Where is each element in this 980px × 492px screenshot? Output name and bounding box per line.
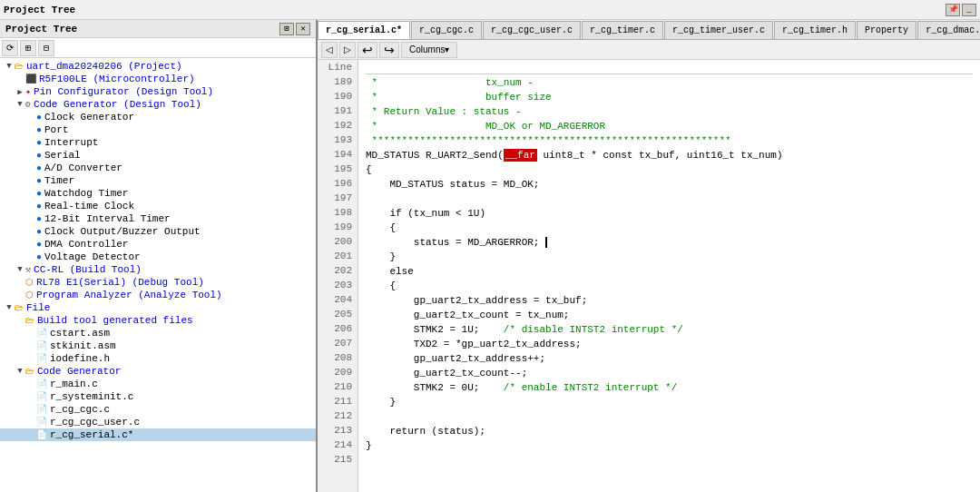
code-line-197 (366, 192, 973, 206)
expand-root[interactable]: ▼ (4, 62, 15, 71)
tree-item-interval[interactable]: ● 12-Bit Interval Timer (0, 212, 316, 225)
line-num-205: 205 (323, 307, 352, 321)
tree-item-serial-file[interactable]: 📄 r_cg_serial.c* (0, 428, 316, 441)
tree-item-cgc-file[interactable]: 📄 r_cg_cgc.c (0, 403, 316, 416)
gear-icon: ⚙ (25, 99, 31, 110)
pin-icon: ✦ (25, 86, 31, 97)
code-line-205: g_uart2_tx_count = tx_num; (366, 308, 973, 322)
forward-button[interactable]: ▷ (339, 42, 356, 58)
tree-item-rl78[interactable]: ⬡ RL78 E1(Serial) (Debug Tool) (0, 276, 316, 289)
columns-button[interactable]: Columns▾ (401, 42, 457, 58)
tree-item-root[interactable]: ▼ 🗁 uart_dma20240206 (Project) (0, 60, 316, 73)
tree-item-ccrl[interactable]: ▼ ⚒ CC-RL (Build Tool) (0, 263, 316, 276)
line-num-214: 214 (323, 438, 352, 452)
tree-label-program: Program Analyzer (Analyze Tool) (36, 290, 222, 300)
tree-item-file-root[interactable]: ▼ 🗁 File (0, 301, 316, 314)
tree-item-cgc-user-file[interactable]: 📄 r_cg_cgc_user.c (0, 416, 316, 428)
code-area[interactable]: * tx_num - * buffer size * Return Value … (358, 60, 980, 492)
editor-content[interactable]: Line 189 190 191 192 193 194 195 196 197… (318, 60, 980, 492)
tree-item-codegen2[interactable]: ▼ 🗁 Code Generator (0, 365, 316, 378)
tab-cgc[interactable]: r_cg_cgc.c (411, 21, 482, 39)
tree-item-interrupt[interactable]: ● Interrupt (0, 136, 316, 149)
line-numbers: Line 189 190 191 192 193 194 195 196 197… (318, 60, 358, 492)
tree-item-wdt[interactable]: ● Watchdog Timer (0, 187, 316, 200)
tree-label-codegen: Code Generator (Design Tool) (34, 99, 201, 110)
tabs-bar: r_cg_serial.c* r_cg_cgc.c r_cg_cgc_user.… (318, 20, 980, 40)
expand-codegen2[interactable]: ▼ (15, 367, 25, 376)
line-num-204: 204 (323, 292, 352, 307)
tree-item-dma[interactable]: ● DMA Controller (0, 238, 316, 251)
tab-property[interactable]: Property (857, 21, 916, 39)
expand-codegen[interactable]: ▼ (15, 100, 25, 109)
tree-item-cstart[interactable]: 📄 cstart.asm (0, 327, 316, 339)
tab-timer-user[interactable]: r_cg_timer_user.c (664, 21, 773, 39)
line-num-201: 201 (323, 249, 352, 263)
tree-item-serial[interactable]: ● Serial (0, 149, 316, 162)
tree-label-root: uart_dma20240206 (Project) (26, 61, 182, 72)
tree-sync-btn[interactable]: ⟳ (2, 40, 18, 56)
expand-pin[interactable]: ▶ (15, 87, 25, 97)
tree-item-adc[interactable]: ● A/D Converter (0, 162, 316, 174)
tree-label-main: r_main.c (50, 379, 98, 389)
tree-item-program[interactable]: ⬡ Program Analyzer (Analyze Tool) (0, 289, 316, 301)
line-num-202: 202 (323, 263, 352, 278)
tab-dmac[interactable]: r_cg_dmac.c (917, 21, 980, 39)
line-num-193: 193 (323, 133, 352, 147)
tree-item-clock[interactable]: ● Clock Generator (0, 111, 316, 123)
folder-icon: 🗁 (15, 61, 24, 72)
editor-panel: r_cg_serial.c* r_cg_cgc.c r_cg_cgc_user.… (318, 20, 980, 492)
tree-item-timer[interactable]: ● Timer (0, 174, 316, 187)
tree-item-iodefine[interactable]: 📄 iodefine.h (0, 352, 316, 365)
line-num-206: 206 (323, 321, 352, 336)
line-num-190: 190 (323, 89, 352, 103)
main-container: Project Tree 📌 _ Project Tree ⊡ ✕ ⟳ ⊞ ⊟ (0, 0, 980, 492)
tab-timer[interactable]: r_cg_timer.c (582, 21, 663, 39)
tree-label-adc: A/D Converter (44, 162, 122, 173)
tab-cgc-user[interactable]: r_cg_cgc_user.c (483, 21, 581, 39)
timer-icon: ● (36, 176, 42, 186)
line-num-198: 198 (323, 205, 352, 220)
tree-item-main[interactable]: 📄 r_main.c (0, 378, 316, 390)
expand-file-root[interactable]: ▼ (4, 303, 15, 312)
tree-item-rtc[interactable]: ● Real-time Clock (0, 200, 316, 212)
clock-icon: ● (36, 113, 42, 123)
line-num-197: 197 (323, 191, 352, 205)
tree-item-codegen[interactable]: ▼ ⚙ Code Generator (Design Tool) (0, 98, 316, 111)
pin-button[interactable]: 📌 (946, 4, 960, 16)
tree-item-sysinit[interactable]: 📄 r_systeminit.c (0, 390, 316, 403)
tree-item-stkinit[interactable]: 📄 stkinit.asm (0, 339, 316, 352)
tree-label-wdt: Watchdog Timer (44, 188, 128, 199)
tree-item-mcu[interactable]: ⬛ R5F100LE (Microcontroller) (0, 73, 316, 85)
line-num-210: 210 (323, 379, 352, 394)
minimize-button[interactable]: _ (962, 4, 976, 16)
tree-expand-btn[interactable]: ⊞ (20, 40, 36, 56)
code-line-204: gp_uart2_tx_address = tx_buf; (366, 293, 973, 308)
tree-item-voltage[interactable]: ● Voltage Detector (0, 251, 316, 263)
undo-button[interactable]: ↩ (358, 42, 377, 58)
editor-toolbar: ◁ ▷ ↩ ↪ Columns▾ (318, 40, 980, 60)
tree-item-clock-out[interactable]: ● Clock Output/Buzzer Output (0, 225, 316, 238)
tree-label-sysinit: r_systeminit.c (50, 391, 133, 402)
line-num-199: 199 (323, 220, 352, 234)
tab-serial[interactable]: r_cg_serial.c* (318, 21, 410, 39)
tree-item-pin[interactable]: ▶ ✦ Pin Configurator (Design Tool) (0, 85, 316, 98)
back-button[interactable]: ◁ (321, 42, 338, 58)
expand-ccrl[interactable]: ▼ (15, 265, 25, 274)
serial-file-icon: 📄 (36, 429, 47, 440)
code-line-208: gp_uart2_tx_address++; (366, 351, 973, 366)
tree-collapse-btn[interactable]: ⊟ (38, 40, 54, 56)
tree-item-port[interactable]: ● Port (0, 123, 316, 136)
ccrl-icon: ⚒ (25, 264, 31, 275)
tree-content[interactable]: ▼ 🗁 uart_dma20240206 (Project) ⬛ R5F100L… (0, 58, 316, 492)
code-line-201: } (366, 250, 973, 264)
line-num-215: 215 (323, 452, 352, 467)
redo-button[interactable]: ↪ (379, 42, 399, 58)
file-folder-icon: 🗁 (15, 302, 24, 313)
panel-close-btn[interactable]: ✕ (296, 23, 310, 35)
interrupt-icon: ● (36, 138, 42, 148)
panel-pin-btn[interactable]: ⊡ (279, 23, 294, 35)
tree-item-build-files[interactable]: 🗁 Build tool generated files (0, 314, 316, 327)
tree-label-rtc: Real-time Clock (44, 201, 134, 212)
wdt-icon: ● (36, 189, 42, 199)
tab-timer-h[interactable]: r_cg_timer.h (774, 21, 856, 39)
